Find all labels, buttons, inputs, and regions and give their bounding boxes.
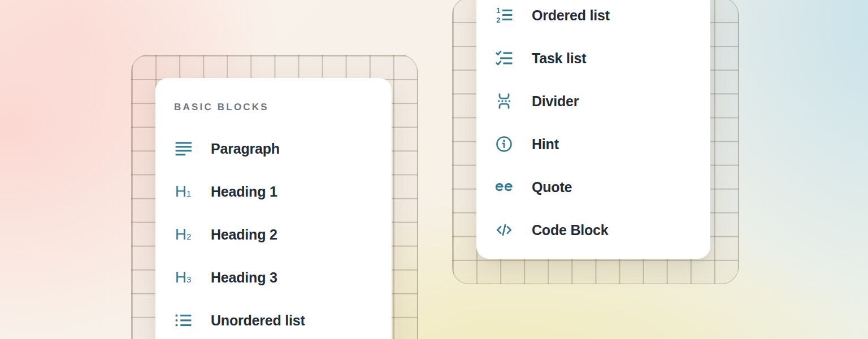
menu-item-ordered-list[interactable]: 1 2 Ordered list	[476, 0, 710, 37]
menu-item-label: Quote	[532, 179, 572, 195]
menu-item-unordered-list[interactable]: Unordered list	[155, 299, 392, 339]
menu-item-label: Hint	[532, 136, 559, 153]
menu-item-label: Ordered list	[532, 7, 610, 24]
svg-text:2: 2	[496, 16, 500, 24]
heading-2-icon: H2	[174, 225, 192, 244]
quote-icon	[495, 178, 513, 196]
menu-item-heading-1[interactable]: H1 Heading 1	[155, 170, 392, 213]
menu-item-label: Heading 1	[211, 184, 277, 200]
menu-item-label: Paragraph	[211, 141, 280, 157]
menu-item-heading-3[interactable]: H3 Heading 3	[155, 256, 392, 299]
basic-blocks-menu: BASIC BLOCKS Paragraph H1 Heading 1 H2 H…	[155, 78, 392, 339]
paragraph-icon	[174, 140, 192, 158]
menu-item-label: Task list	[532, 50, 586, 67]
menu-item-paragraph[interactable]: Paragraph	[155, 127, 392, 170]
heading-1-icon: H1	[174, 182, 192, 201]
menu-item-label: Unordered list	[211, 312, 305, 329]
menu-section-title: BASIC BLOCKS	[155, 102, 392, 113]
menu-item-quote[interactable]: Quote	[476, 166, 710, 208]
divider-icon	[495, 92, 513, 110]
menu-item-label: Heading 3	[211, 270, 277, 286]
menu-item-hint[interactable]: Hint	[476, 123, 710, 166]
menu-item-divider[interactable]: Divider	[476, 80, 710, 123]
editor-insert-menu-illustration: BASIC BLOCKS Paragraph H1 Heading 1 H2 H…	[0, 0, 868, 339]
heading-glyph: H	[175, 184, 186, 199]
menu-item-task-list[interactable]: Task list	[476, 37, 710, 80]
heading-sub-glyph: 3	[186, 275, 191, 284]
menu-item-code-block[interactable]: Code Block	[476, 208, 710, 251]
heading-sub-glyph: 2	[186, 232, 191, 241]
ordered-list-icon: 1 2	[495, 6, 513, 24]
insert-blocks-menu: 1 2 Ordered list	[476, 0, 710, 259]
task-list-icon	[495, 49, 513, 67]
heading-sub-glyph: 1	[186, 189, 191, 198]
svg-text:1: 1	[496, 6, 500, 15]
menu-item-label: Heading 2	[211, 227, 277, 243]
unordered-list-icon	[174, 311, 192, 329]
menu-item-label: Code Block	[532, 222, 609, 238]
heading-3-icon: H3	[174, 268, 192, 286]
hint-icon	[495, 135, 513, 153]
heading-glyph: H	[175, 270, 186, 285]
heading-glyph: H	[175, 227, 186, 242]
menu-item-heading-2[interactable]: H2 Heading 2	[155, 213, 392, 256]
code-block-icon	[495, 221, 513, 239]
menu-item-label: Divider	[532, 93, 579, 110]
